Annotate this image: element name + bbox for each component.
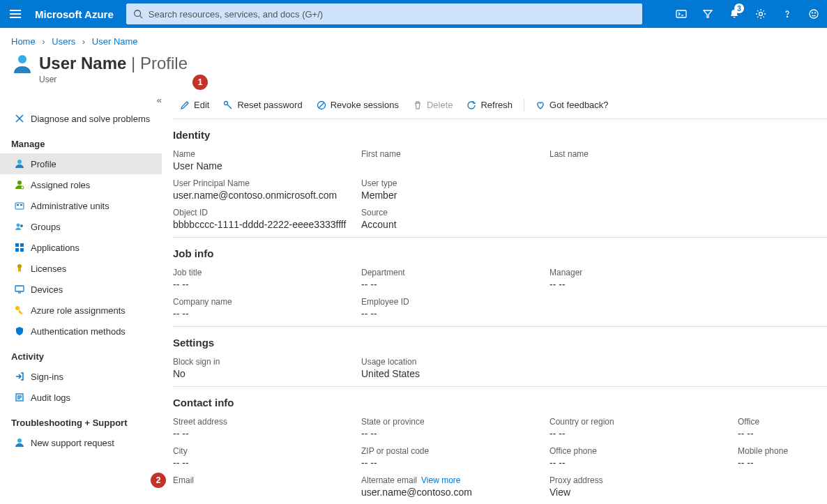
cloud-shell-button[interactable] — [668, 0, 695, 28]
sidebar-item-auth-methods[interactable]: Authentication methods — [0, 321, 162, 342]
devices-icon — [14, 284, 25, 295]
brand-label[interactable]: Microsoft Azure — [35, 8, 114, 20]
sidebar-item-profile[interactable]: Profile — [0, 153, 162, 174]
crumb-home[interactable]: Home — [11, 36, 36, 47]
field-value: bbbbcccc-1111-dddd-2222-eeee3333ffff — [173, 219, 361, 230]
reset-password-button[interactable]: Reset password — [216, 91, 309, 119]
svg-point-10 — [18, 55, 26, 63]
svg-point-12 — [17, 181, 22, 185]
svg-rect-19 — [15, 243, 19, 247]
svg-marker-4 — [704, 10, 712, 17]
sidebar-item-diagnose[interactable]: Diagnose and solve problems — [0, 108, 162, 129]
svg-rect-24 — [15, 286, 24, 291]
sidebar-label: Devices — [31, 284, 63, 295]
view-link[interactable]: View — [549, 487, 738, 498]
cloud-shell-icon — [676, 8, 687, 20]
svg-point-13 — [21, 186, 24, 189]
sidebar-item-azure-roles[interactable]: Azure role assignments — [0, 300, 162, 321]
field-label: Alternate email View more — [361, 475, 549, 485]
field-value: -- -- — [173, 308, 361, 319]
svg-rect-22 — [20, 248, 24, 252]
field-value: -- -- — [173, 279, 361, 290]
tool-label: Delete — [427, 100, 453, 110]
sidebar-label: Groups — [31, 222, 61, 232]
field-value: United States — [361, 368, 549, 379]
field-label: Name — [173, 149, 361, 159]
sidebar-item-support[interactable]: New support request — [0, 432, 162, 453]
svg-rect-15 — [17, 204, 19, 206]
sidebar-item-groups[interactable]: Groups — [0, 216, 162, 237]
sidebar-item-assigned-roles[interactable]: Assigned roles — [0, 174, 162, 195]
field-label: Office phone — [549, 446, 738, 456]
groups-icon — [14, 221, 25, 232]
svg-line-34 — [319, 102, 324, 108]
sidebar-label: Applications — [31, 243, 79, 253]
section-heading: Job info — [173, 247, 827, 259]
section-job: Job info Job title-- -- Department-- -- … — [173, 238, 827, 327]
notifications-badge: 3 — [734, 3, 744, 13]
tool-label: Got feedback? — [549, 100, 609, 110]
sidebar-label: New support request — [31, 438, 114, 448]
field-value: No — [173, 368, 361, 379]
top-bar: Microsoft Azure 3 — [0, 0, 827, 28]
sidebar-item-audit-logs[interactable]: Audit logs — [0, 387, 162, 408]
sidebar-label: Azure role assignments — [31, 305, 126, 316]
feedback-top-button[interactable] — [801, 0, 827, 28]
sidebar: « Diagnose and solve problems Manage Pro… — [0, 91, 173, 504]
licenses-icon — [14, 263, 25, 274]
toolbar: 1 Edit Reset password Revoke sessions De… — [173, 91, 827, 119]
tool-label: Reset password — [237, 100, 302, 110]
help-button[interactable] — [774, 0, 801, 28]
field-label: User Principal Name — [173, 178, 361, 188]
sidebar-collapse-button[interactable]: « — [0, 91, 167, 108]
edit-button[interactable]: Edit — [173, 91, 216, 119]
sidebar-item-devices[interactable]: Devices — [0, 279, 162, 300]
sidebar-item-admin-units[interactable]: Administrative units — [0, 195, 162, 216]
search-input[interactable] — [149, 9, 635, 20]
sidebar-item-applications[interactable]: Applications — [0, 237, 162, 258]
sidebar-label: Assigned roles — [31, 180, 90, 190]
svg-rect-2 — [676, 10, 686, 17]
refresh-button[interactable]: Refresh — [460, 91, 519, 119]
page-title: User Name | Profile — [39, 54, 188, 73]
tool-label: Revoke sessions — [331, 100, 399, 110]
field-label: City — [173, 446, 361, 456]
directory-filter-button[interactable] — [695, 0, 721, 28]
notifications-button[interactable]: 3 — [721, 0, 748, 28]
svg-rect-14 — [15, 203, 24, 209]
sidebar-heading-manage: Manage — [0, 129, 167, 153]
sidebar-label: Licenses — [31, 264, 66, 274]
sidebar-label: Diagnose and solve problems — [31, 114, 150, 124]
page-header: User Name | Profile — [0, 52, 827, 77]
revoke-sessions-button[interactable]: Revoke sessions — [310, 91, 406, 119]
heart-icon — [536, 100, 545, 110]
crumb-current[interactable]: User Name — [92, 36, 138, 47]
field-label: Source — [361, 208, 549, 217]
section-identity: Identity NameUser Name First name Last n… — [173, 119, 827, 238]
key-icon — [14, 305, 25, 316]
svg-point-31 — [17, 438, 22, 443]
svg-point-11 — [17, 160, 22, 164]
sidebar-item-signins[interactable]: Sign-ins — [0, 366, 162, 387]
crumb-users[interactable]: Users — [52, 36, 75, 47]
field-value: -- -- — [361, 457, 549, 468]
global-search-box[interactable] — [126, 3, 642, 24]
main-content: 1 Edit Reset password Revoke sessions De… — [173, 91, 827, 504]
page-title-suffix: | Profile — [126, 54, 188, 72]
view-more-link[interactable]: View more — [421, 475, 460, 485]
field-label: Mobile phone — [738, 446, 827, 456]
field-value: -- -- — [549, 428, 738, 439]
delete-button: Delete — [406, 91, 460, 119]
feedback-button[interactable]: Got feedback? — [529, 91, 616, 119]
field-value: -- -- — [361, 279, 549, 290]
sidebar-item-licenses[interactable]: Licenses — [0, 258, 162, 279]
sidebar-label: Sign-ins — [31, 372, 63, 382]
field-label: State or province — [361, 417, 549, 427]
source-link[interactable]: Account — [361, 219, 549, 230]
svg-point-17 — [17, 224, 20, 227]
field-label: Department — [361, 268, 549, 277]
settings-button[interactable] — [748, 0, 774, 28]
svg-point-0 — [135, 10, 141, 17]
callout-1: 1 — [192, 75, 208, 90]
menu-hamburger-button[interactable] — [0, 0, 31, 28]
